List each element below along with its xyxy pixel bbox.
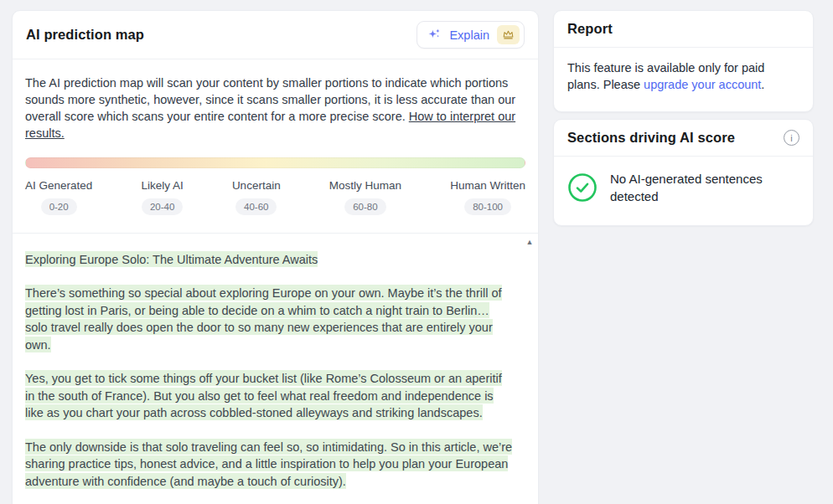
text-scrollbar[interactable]: ▲ [524, 236, 536, 504]
scale-label: Uncertain [232, 179, 281, 192]
scale-label: Human Written [450, 179, 525, 192]
ai-prediction-map-card: AI prediction map Explain The AI predict… [12, 10, 539, 504]
scale-col-human-written: Human Written 80-100 [450, 179, 525, 215]
ai-score-status-text: No AI-generated sentences detected [610, 170, 791, 205]
report-title: Report [567, 21, 613, 37]
scale-col-uncertain: Uncertain 40-60 [232, 179, 281, 215]
scale-col-mostly-human: Mostly Human 60-80 [329, 179, 401, 215]
report-card: Report This feature is available only fo… [553, 10, 814, 112]
paid-plan-notice-period: . [761, 78, 764, 91]
content-paragraph: Yes, you get to tick some things off you… [25, 370, 513, 422]
prediction-scale-gradient-bar [25, 157, 525, 168]
sections-header: Sections driving AI score i [554, 120, 813, 157]
highlighted-sentence: Exploring Europe Solo: The Ultimate Adve… [25, 251, 318, 267]
sparkles-icon [427, 27, 442, 44]
scale-range-badge: 20-40 [142, 198, 183, 215]
sections-title: Sections driving AI score [567, 130, 735, 146]
paid-plan-notice: This feature is available only for paid … [567, 59, 799, 93]
prediction-scale-labels: AI Generated 0-20 Likely AI 20-40 Uncert… [25, 179, 525, 215]
scale-col-likely-ai: Likely AI 20-40 [141, 179, 183, 215]
explain-button[interactable]: Explain [416, 21, 525, 49]
crown-icon [497, 25, 520, 44]
highlighted-sentence: There’s something so special about explo… [25, 285, 502, 352]
scale-label: Likely AI [141, 179, 183, 192]
highlighted-sentence: Yes, you get to tick some things off you… [25, 370, 502, 420]
content-paragraph: There’s something so special about explo… [25, 285, 513, 353]
scale-range-badge: 0-20 [41, 198, 77, 215]
upgrade-account-link[interactable]: upgrade your account [644, 78, 761, 91]
scale-col-ai-generated: AI Generated 0-20 [25, 179, 92, 215]
scale-range-badge: 40-60 [235, 198, 277, 215]
highlighted-sentence: The only downside is that solo traveling… [25, 439, 512, 489]
prediction-map-header: AI prediction map Explain [13, 11, 538, 59]
prediction-map-description: The AI prediction map will scan your con… [25, 75, 525, 141]
content-preview-panel: Exploring Europe Solo: The Ultimate Adve… [13, 233, 538, 504]
report-body: This feature is available only for paid … [554, 48, 813, 111]
content-paragraph: Exploring Europe Solo: The Ultimate Adve… [25, 250, 513, 268]
scale-range-badge: 60-80 [344, 198, 385, 215]
scale-label: Mostly Human [329, 179, 401, 192]
explain-button-label: Explain [449, 28, 489, 42]
page-title: AI prediction map [26, 27, 144, 43]
content-paragraph: The only downside is that solo traveling… [25, 438, 513, 490]
scale-range-badge: 80-100 [464, 198, 511, 215]
info-icon[interactable]: i [784, 130, 799, 146]
prediction-map-body: The AI prediction map will scan your con… [13, 59, 538, 233]
scroll-up-icon[interactable]: ▲ [526, 236, 534, 248]
ai-score-status-row: No AI-generated sentences detected [554, 157, 813, 225]
scale-label: AI Generated [25, 179, 92, 192]
report-header: Report [554, 11, 813, 48]
sections-driving-ai-score-card: Sections driving AI score i No AI-genera… [553, 119, 814, 226]
check-circle-icon [567, 172, 598, 203]
